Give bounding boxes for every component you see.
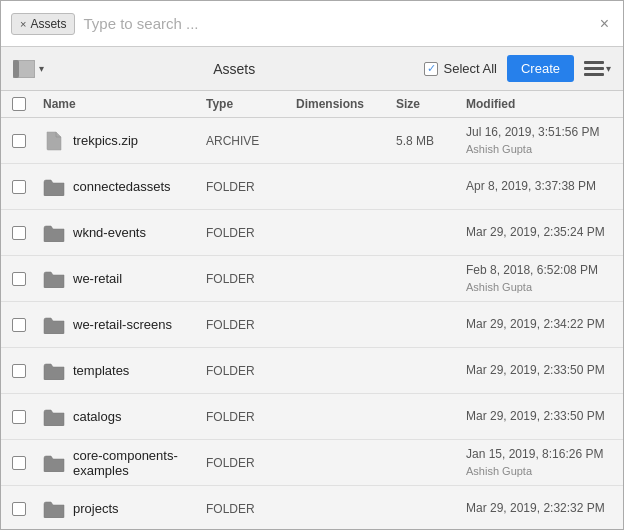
file-name: wknd-events: [73, 225, 146, 240]
file-type: FOLDER: [200, 410, 290, 424]
row-checkbox-box[interactable]: [12, 226, 26, 240]
row-checkbox[interactable]: [1, 134, 37, 148]
toolbar-title: Assets: [52, 61, 416, 77]
select-all-checkbox-box[interactable]: [424, 62, 438, 76]
folder-icon: [43, 498, 65, 520]
table-row[interactable]: projectsFOLDERMar 29, 2019, 2:32:32 PM: [1, 486, 623, 529]
close-tab-icon: ×: [20, 18, 26, 30]
file-type: FOLDER: [200, 364, 290, 378]
doc-icon: [43, 130, 65, 152]
table-row[interactable]: we-retailFOLDERFeb 8, 2018, 6:52:08 PMAs…: [1, 256, 623, 302]
col-type: Type: [200, 97, 290, 111]
file-modified: Jul 16, 2019, 3:51:56 PMAshish Gupta: [460, 124, 623, 158]
row-checkbox[interactable]: [1, 180, 37, 194]
file-type: FOLDER: [200, 180, 290, 194]
select-all-label: Select All: [443, 61, 496, 76]
col-dimensions: Dimensions: [290, 97, 390, 111]
file-name: catalogs: [73, 409, 121, 424]
select-all-checkbox[interactable]: Select All: [424, 61, 496, 76]
row-checkbox-box[interactable]: [12, 272, 26, 286]
row-checkbox[interactable]: [1, 410, 37, 424]
folder-icon: [43, 452, 65, 474]
file-name-col: templates: [37, 360, 200, 382]
row-checkbox[interactable]: [1, 272, 37, 286]
file-name: projects: [73, 501, 119, 516]
file-name-col: wknd-events: [37, 222, 200, 244]
folder-icon: [43, 406, 65, 428]
row-checkbox[interactable]: [1, 502, 37, 516]
file-name-col: we-retail: [37, 268, 200, 290]
table-row[interactable]: wknd-eventsFOLDERMar 29, 2019, 2:35:24 P…: [1, 210, 623, 256]
file-modified: Jan 15, 2019, 8:16:26 PMAshish Gupta: [460, 446, 623, 480]
file-type: FOLDER: [200, 502, 290, 516]
row-checkbox[interactable]: [1, 226, 37, 240]
tab-label: Assets: [30, 17, 66, 31]
search-close-icon[interactable]: ×: [596, 13, 613, 35]
column-headers: Name Type Dimensions Size Modified: [1, 91, 623, 118]
folder-icon: [43, 360, 65, 382]
file-size: 5.8 MB: [390, 134, 460, 148]
file-type: FOLDER: [200, 318, 290, 332]
file-name-col: core-components-examples: [37, 448, 200, 478]
row-checkbox[interactable]: [1, 364, 37, 378]
table-row[interactable]: trekpics.zipARCHIVE5.8 MBJul 16, 2019, 3…: [1, 118, 623, 164]
row-checkbox-box[interactable]: [12, 134, 26, 148]
col-name: Name: [37, 97, 200, 111]
file-name: we-retail-screens: [73, 317, 172, 332]
file-name-col: trekpics.zip: [37, 130, 200, 152]
col-modified: Modified: [460, 97, 623, 111]
file-name-col: we-retail-screens: [37, 314, 200, 336]
file-type: ARCHIVE: [200, 134, 290, 148]
file-modified: Mar 29, 2019, 2:33:50 PM: [460, 362, 623, 379]
create-button[interactable]: Create: [507, 55, 574, 82]
table-row[interactable]: we-retail-screensFOLDERMar 29, 2019, 2:3…: [1, 302, 623, 348]
folder-icon: [43, 222, 65, 244]
table-row[interactable]: core-components-examplesFOLDERJan 15, 20…: [1, 440, 623, 486]
table-row[interactable]: connectedassetsFOLDERApr 8, 2019, 3:37:3…: [1, 164, 623, 210]
file-name-col: catalogs: [37, 406, 200, 428]
table-row[interactable]: templatesFOLDERMar 29, 2019, 2:33:50 PM: [1, 348, 623, 394]
search-input-wrapper: [83, 15, 587, 32]
panel-toggle-icon[interactable]: [13, 60, 35, 78]
row-checkbox-box[interactable]: [12, 180, 26, 194]
svg-rect-1: [13, 60, 19, 78]
row-checkbox-box[interactable]: [12, 456, 26, 470]
file-type: FOLDER: [200, 272, 290, 286]
search-input[interactable]: [83, 15, 587, 32]
list-view-icon[interactable]: ▾: [584, 60, 611, 78]
file-type: FOLDER: [200, 456, 290, 470]
file-name: connectedassets: [73, 179, 171, 194]
panel-toggle-chevron[interactable]: ▾: [39, 63, 44, 74]
file-name: trekpics.zip: [73, 133, 138, 148]
search-bar: × Assets ×: [1, 1, 623, 47]
folder-icon: [43, 314, 65, 336]
svg-rect-4: [584, 73, 604, 76]
file-list: trekpics.zipARCHIVE5.8 MBJul 16, 2019, 3…: [1, 118, 623, 529]
list-view-chevron[interactable]: ▾: [606, 63, 611, 74]
close-tab-button[interactable]: × Assets: [11, 13, 75, 35]
file-name: we-retail: [73, 271, 122, 286]
table-row[interactable]: catalogsFOLDERMar 29, 2019, 2:33:50 PM: [1, 394, 623, 440]
toolbar: ▾ Assets Select All Create ▾: [1, 47, 623, 91]
row-checkbox-box[interactable]: [12, 502, 26, 516]
file-name-col: connectedassets: [37, 176, 200, 198]
file-name-col: projects: [37, 498, 200, 520]
header-checkbox[interactable]: [12, 97, 26, 111]
col-size: Size: [390, 97, 460, 111]
svg-rect-3: [584, 67, 604, 70]
svg-rect-2: [584, 61, 604, 64]
row-checkbox[interactable]: [1, 318, 37, 332]
row-checkbox-box[interactable]: [12, 318, 26, 332]
file-modified: Mar 29, 2019, 2:32:32 PM: [460, 500, 623, 517]
toolbar-left: ▾: [13, 60, 44, 78]
row-checkbox-box[interactable]: [12, 410, 26, 424]
row-checkbox-box[interactable]: [12, 364, 26, 378]
file-modified: Mar 29, 2019, 2:33:50 PM: [460, 408, 623, 425]
main-window: × Assets × ▾ Assets Select All Create: [0, 0, 624, 530]
folder-icon: [43, 176, 65, 198]
file-type: FOLDER: [200, 226, 290, 240]
col-check: [1, 97, 37, 111]
row-checkbox[interactable]: [1, 456, 37, 470]
file-name: core-components-examples: [73, 448, 194, 478]
toolbar-right: Select All Create ▾: [424, 55, 611, 82]
